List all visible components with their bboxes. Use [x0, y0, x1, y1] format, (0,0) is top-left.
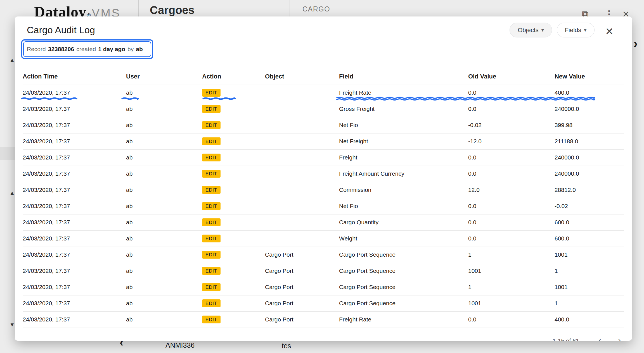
- audit-log-table-container: Action Time User Action Object Field Old…: [15, 68, 632, 328]
- cell-action-time: 24/03/2020, 17:37: [23, 149, 126, 166]
- cell-new-value: -0.02: [555, 198, 624, 214]
- header-action: Action: [202, 68, 265, 85]
- record-word: Record: [27, 46, 46, 53]
- cell-field: Cargo Port Sequence: [339, 247, 468, 263]
- cell-field: Cargo Port Sequence: [339, 295, 468, 311]
- cell-object: [265, 166, 339, 182]
- table-header-row: Action Time User Action Object Field Old…: [23, 68, 624, 85]
- table-row: 24/03/2020, 17:37 ab EDIT Cargo Port Car…: [23, 295, 624, 311]
- cell-action: EDIT: [202, 311, 265, 328]
- table-row: 24/03/2020, 17:37 ab EDIT Weight 0.0 600…: [23, 230, 624, 247]
- cell-old-value: 1: [468, 279, 555, 295]
- cell-new-value: 211188.0: [555, 133, 624, 149]
- cell-action: EDIT: [202, 117, 265, 133]
- table-row: 24/03/2020, 17:37 ab EDIT Freight Amount…: [23, 166, 624, 182]
- cell-action-time: 24/03/2020, 17:37: [23, 85, 126, 101]
- objects-dropdown-button[interactable]: Objects ▾: [510, 23, 552, 37]
- cell-old-value: 1: [468, 247, 555, 263]
- cell-action-time: 24/03/2020, 17:37: [23, 101, 126, 117]
- fields-dropdown-button[interactable]: Fields ▾: [557, 23, 595, 37]
- cell-action: EDIT: [202, 247, 265, 263]
- cell-field: Net Fio: [339, 198, 468, 214]
- cell-action-time: 24/03/2020, 17:37: [23, 198, 126, 214]
- cell-action-time: 24/03/2020, 17:37: [23, 263, 126, 279]
- cell-user: ab: [126, 263, 202, 279]
- scroll-down-icon[interactable]: ▼: [10, 322, 15, 328]
- table-row: 24/03/2020, 17:37 ab EDIT Net Fio -0.02 …: [23, 117, 624, 133]
- by-word: by: [127, 46, 134, 53]
- cell-field: Weight: [339, 230, 468, 247]
- background-highlight-band: [0, 147, 15, 160]
- edit-action-badge: EDIT: [202, 283, 221, 291]
- scroll-up-icon[interactable]: ▲: [10, 57, 15, 63]
- cell-action-time: 24/03/2020, 17:37: [23, 117, 126, 133]
- table-row: 24/03/2020, 17:37 ab EDIT Cargo Port Fre…: [23, 311, 624, 328]
- cell-new-value: 400.0: [555, 311, 624, 328]
- table-row: 24/03/2020, 17:37 ab EDIT Freight 0.0 24…: [23, 149, 624, 166]
- objects-button-label: Objects: [518, 27, 539, 34]
- scroll-up-icon[interactable]: ▲: [10, 190, 15, 196]
- cell-field: Gross Freight: [339, 101, 468, 117]
- cell-field: Freight Rate: [339, 85, 468, 101]
- cell-object: Cargo Port: [265, 247, 339, 263]
- cell-new-value: 600.0: [555, 230, 624, 247]
- record-id: 32388206: [48, 46, 74, 53]
- edit-action-badge: EDIT: [202, 137, 221, 145]
- cell-action-time: 24/03/2020, 17:37: [23, 166, 126, 182]
- cell-new-value: 28812.0: [555, 182, 624, 198]
- cell-user: ab: [126, 247, 202, 263]
- cell-user: ab: [126, 133, 202, 149]
- cell-old-value: 0.0: [468, 214, 555, 230]
- fields-button-label: Fields: [565, 27, 581, 34]
- cell-action: EDIT: [202, 263, 265, 279]
- cell-user: ab: [126, 311, 202, 328]
- pagination-range-label: 1-15 of 61: [553, 337, 579, 341]
- cell-action-time: 24/03/2020, 17:37: [23, 279, 126, 295]
- edit-action-badge: EDIT: [202, 186, 221, 194]
- cell-field: Commission: [339, 182, 468, 198]
- edit-action-badge: EDIT: [202, 202, 221, 210]
- cell-action: EDIT: [202, 182, 265, 198]
- cell-object: [265, 230, 339, 247]
- dialog-close-icon[interactable]: ✕: [605, 27, 614, 37]
- cargo-audit-log-dialog: Cargo Audit Log Objects ▾ Fields ▾ ✕ Rec…: [15, 16, 632, 341]
- cell-field: Cargo Port Sequence: [339, 279, 468, 295]
- cell-object: [265, 149, 339, 166]
- cell-user: ab: [126, 295, 202, 311]
- cell-old-value: 0.0: [468, 166, 555, 182]
- table-row: 24/03/2020, 17:37 ab EDIT Commission 12.…: [23, 182, 624, 198]
- cell-new-value: 1: [555, 295, 624, 311]
- cell-action-time: 24/03/2020, 17:37: [23, 247, 126, 263]
- cell-field: Freight: [339, 149, 468, 166]
- cell-action-time: 24/03/2020, 17:37: [23, 214, 126, 230]
- pagination-next-icon[interactable]: ›: [618, 335, 621, 341]
- cell-new-value: 1: [555, 263, 624, 279]
- cell-user: ab: [126, 117, 202, 133]
- edit-action-badge: EDIT: [202, 121, 221, 129]
- pagination-prev-icon[interactable]: ‹: [598, 335, 601, 341]
- cell-action-time: 24/03/2020, 17:37: [23, 230, 126, 247]
- edit-action-badge: EDIT: [202, 267, 221, 275]
- cell-old-value: 1001: [468, 263, 555, 279]
- expand-right-chevron-icon[interactable]: ›: [633, 36, 638, 51]
- edit-action-badge: EDIT: [202, 105, 221, 113]
- cell-field: Cargo Port Sequence: [339, 263, 468, 279]
- edit-action-badge: EDIT: [202, 316, 221, 323]
- audit-log-table: Action Time User Action Object Field Old…: [23, 68, 624, 328]
- cell-action-time: 24/03/2020, 17:37: [23, 182, 126, 198]
- cell-user: ab: [126, 198, 202, 214]
- cell-new-value: 1001: [555, 279, 624, 295]
- table-row: 24/03/2020, 17:37 ab EDIT Cargo Port Car…: [23, 247, 624, 263]
- cell-action: EDIT: [202, 101, 265, 117]
- cell-old-value: 0.0: [468, 101, 555, 117]
- cell-user: ab: [126, 101, 202, 117]
- cell-field: Net Fio: [339, 117, 468, 133]
- cell-action: EDIT: [202, 198, 265, 214]
- dialog-title: Cargo Audit Log: [27, 24, 95, 35]
- cell-action: EDIT: [202, 133, 265, 149]
- cell-field: Net Freight: [339, 133, 468, 149]
- cell-old-value: 0.0: [468, 149, 555, 166]
- table-row: 24/03/2020, 17:37 ab EDIT Cargo Port Car…: [23, 279, 624, 295]
- cell-action: EDIT: [202, 214, 265, 230]
- table-row: 24/03/2020, 17:37 ab EDIT Cargo Port Car…: [23, 263, 624, 279]
